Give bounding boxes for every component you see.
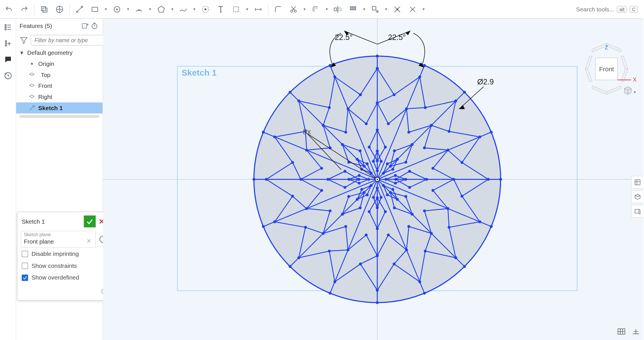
svg-point-171 — [372, 160, 375, 163]
confirm-button[interactable] — [84, 215, 96, 227]
svg-point-164 — [365, 122, 368, 125]
tree-label: Sketch 1 — [38, 105, 63, 112]
right-tool-1[interactable] — [631, 176, 643, 189]
toggle-grid-icon[interactable] — [617, 327, 626, 338]
svg-point-169 — [376, 159, 379, 162]
view-cube[interactable]: Front Z X ▾ — [577, 39, 636, 99]
arc-tool-dropdown[interactable]: ▾ — [147, 7, 153, 11]
clear-plane-icon[interactable]: × — [85, 237, 93, 245]
sketch-plane-label: Sketch plane — [24, 232, 51, 237]
svg-point-178 — [396, 158, 399, 161]
offset-tool-dropdown[interactable]: ▾ — [324, 7, 330, 11]
feature-filter-input[interactable] — [31, 35, 110, 45]
constraint-tool[interactable] — [405, 2, 420, 17]
tool-search[interactable]: alt C — [573, 6, 641, 13]
redo-button[interactable] — [17, 2, 32, 17]
point-tool[interactable] — [198, 2, 213, 17]
filter-icon[interactable] — [20, 36, 28, 44]
units-icon[interactable] — [631, 327, 641, 338]
dialog-title: Sketch 1 — [22, 218, 84, 225]
dimension-tool[interactable] — [251, 2, 265, 17]
pattern-tool-dropdown[interactable]: ▾ — [361, 7, 367, 11]
rectangle-tool-dropdown[interactable]: ▾ — [103, 7, 109, 11]
construction-tool-dropdown[interactable]: ▾ — [244, 7, 250, 11]
rollback-timer-icon[interactable] — [90, 21, 99, 31]
tree-sketch1[interactable]: Sketch 1 — [16, 102, 102, 114]
arc-tool[interactable] — [132, 2, 146, 17]
circle-tool-dropdown[interactable]: ▾ — [125, 7, 131, 11]
right-tool-3[interactable] — [631, 205, 643, 218]
svg-point-166 — [376, 129, 379, 131]
axis-x-label: X — [633, 76, 636, 83]
offset-tool[interactable] — [308, 2, 323, 17]
insert-feature-icon[interactable] — [2, 37, 14, 49]
rectangle-tool[interactable] — [88, 2, 102, 17]
svg-point-158 — [320, 167, 323, 170]
svg-text:▾: ▾ — [634, 90, 636, 94]
trim-tool[interactable] — [286, 2, 301, 17]
feature-tree: ▾ Default geometry Origin Top Front Righ… — [16, 47, 102, 118]
pattern-tool[interactable] — [346, 2, 360, 17]
sketch-canvas[interactable]: Sketch 1 22.5° 22.5° — [103, 19, 643, 340]
tree-origin[interactable]: Origin — [16, 58, 102, 69]
svg-point-102 — [418, 75, 421, 78]
svg-point-184 — [408, 186, 411, 189]
fillet-tool[interactable] — [271, 2, 285, 17]
tree-default-geometry[interactable]: ▾ Default geometry — [16, 47, 102, 58]
tree-right-plane[interactable]: Right — [16, 91, 102, 102]
tool-search-input[interactable] — [576, 6, 614, 13]
svg-point-8 — [116, 9, 118, 10]
feature-list-icon[interactable] — [2, 21, 14, 33]
history-icon[interactable] — [2, 70, 14, 82]
show-overdefined-check[interactable]: Show overdefined — [21, 272, 108, 284]
viewport[interactable]: Sketch 1 22.5° 22.5° — [103, 19, 643, 340]
sketch-plane-field[interactable]: Sketch plane Front plane × — [21, 231, 96, 248]
transform-tool-dropdown[interactable]: ▾ — [383, 7, 389, 11]
svg-point-122 — [273, 220, 276, 223]
plane-icon — [28, 93, 36, 101]
polygon-tool[interactable] — [154, 2, 168, 17]
line-tool[interactable] — [72, 2, 87, 17]
svg-point-224 — [359, 149, 361, 152]
text-tool[interactable] — [214, 2, 228, 17]
intersect-tool[interactable] — [390, 2, 404, 17]
svg-point-210 — [356, 198, 359, 201]
disable-imprinting-check[interactable]: Disable imprinting — [21, 248, 108, 260]
sketch-tool-button[interactable] — [52, 2, 67, 17]
svg-marker-254 — [621, 56, 628, 69]
constraint-tool-dropdown[interactable]: ▾ — [421, 7, 427, 11]
comments-icon[interactable] — [2, 54, 14, 66]
undo-button[interactable] — [2, 2, 16, 17]
polygon-tool-dropdown[interactable]: ▾ — [169, 7, 175, 11]
svg-point-141 — [452, 178, 455, 181]
bottom-right-icons — [617, 327, 641, 338]
svg-point-191 — [404, 195, 407, 198]
caret-down-icon: ▾ — [19, 49, 25, 56]
svg-rect-1 — [43, 8, 47, 12]
svg-point-162 — [344, 131, 347, 133]
trim-tool-dropdown[interactable]: ▾ — [301, 7, 307, 11]
svg-point-23 — [352, 6, 354, 8]
svg-point-165 — [376, 102, 379, 104]
add-feature-icon[interactable] — [80, 21, 90, 31]
transform-tool[interactable] — [368, 2, 383, 17]
tree-front-plane[interactable]: Front — [16, 80, 102, 92]
feature-panel-header: Features (5) — [16, 19, 102, 33]
svg-point-202 — [376, 206, 379, 209]
construction-tool[interactable] — [229, 2, 243, 17]
spline-tool[interactable] — [176, 2, 191, 17]
tree-top-plane[interactable]: Top — [16, 69, 102, 80]
svg-point-140 — [432, 167, 434, 170]
right-tool-2[interactable] — [631, 191, 643, 203]
copy-sketch-button[interactable] — [37, 2, 52, 17]
svg-point-213 — [370, 184, 373, 187]
circle-tool[interactable] — [110, 2, 124, 17]
svg-point-118 — [333, 280, 336, 283]
show-constraints-check[interactable]: Show constraints — [21, 260, 108, 272]
sketch-toolbar: ▾ ▾ ▾ ▾ ▾ ▾ ▾ ▾ ▾ ▾ ▾ alt C — [0, 0, 643, 19]
rollback-bar[interactable] — [20, 115, 99, 118]
spline-tool-dropdown[interactable]: ▾ — [192, 7, 198, 11]
mirror-tool[interactable] — [331, 2, 345, 17]
plane-icon — [28, 82, 36, 90]
svg-point-214 — [327, 178, 329, 181]
